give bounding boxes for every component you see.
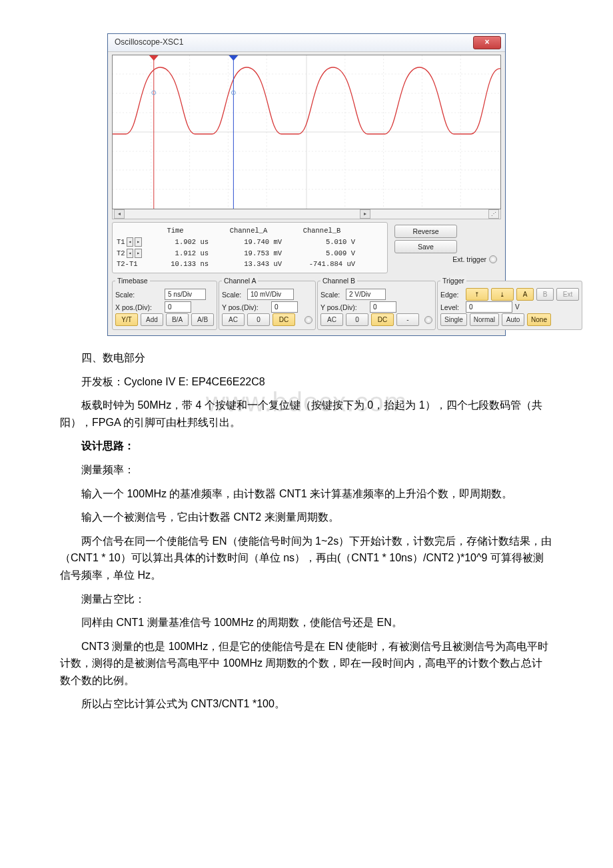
reverse-button[interactable]: Reverse <box>394 225 457 238</box>
t1-cha: 19.740 mV <box>215 237 289 248</box>
yt-button[interactable]: Y/T <box>115 313 138 326</box>
chb-led-icon <box>424 316 432 324</box>
cha-dc-button[interactable]: DC <box>273 313 295 326</box>
level-unit: V <box>515 302 520 313</box>
ext-trigger-led-icon <box>489 255 497 263</box>
chb-scale-label: Scale: <box>320 289 343 301</box>
cha-scale-label: Scale: <box>222 289 245 301</box>
level-label: Level: <box>440 302 463 313</box>
auto-button[interactable]: Auto <box>502 313 524 326</box>
timebase-legend: Timebase <box>115 275 150 287</box>
t2-chb: 5.009 V <box>289 248 362 259</box>
trg-a-button[interactable]: A <box>516 288 534 301</box>
channel-a-panel: Channel A Scale: 10 mV/Div Y pos.(Div): … <box>219 275 316 330</box>
tb-xpos-input[interactable]: 0 <box>165 301 191 313</box>
ab-button[interactable]: A/B <box>191 313 214 326</box>
dt-cha: 13.343 uV <box>215 259 289 270</box>
resize-grip-icon[interactable]: ⋰ <box>488 209 499 219</box>
edge-rise-button[interactable]: ⤒ <box>466 288 488 301</box>
cha-ypos-label: Y pos.(Div): <box>222 302 269 313</box>
window-title: Oscilloscope-XSC1 <box>115 36 473 49</box>
edge-label: Edge: <box>440 289 463 301</box>
ext-trigger-label: Ext. trigger <box>452 254 486 265</box>
cha-led-icon <box>305 316 312 324</box>
paragraph: 同样由 CNT1 测量基准信号 100MHz 的周期数，使能信号还是 EN。 <box>60 614 553 631</box>
trg-ext-button[interactable]: Ext <box>556 288 579 301</box>
cursor-readout: Time Channel_A Channel_B T1 ◂ ▸ 1.902 us… <box>112 222 388 273</box>
trigger-legend: Trigger <box>440 275 466 287</box>
close-icon: × <box>484 36 489 49</box>
paragraph: 测量占空比： <box>60 591 553 608</box>
tb-xpos-label: X pos.(Div): <box>115 302 162 313</box>
scroll-left-icon[interactable]: ◂ <box>114 209 125 219</box>
svg-marker-17 <box>149 55 159 61</box>
paragraph: 测量频率： <box>60 461 553 479</box>
timebase-panel: Timebase Scale: 5 ns/Div X pos.(Div): 0 … <box>112 275 217 330</box>
oscilloscope-screen <box>112 55 501 209</box>
none-button[interactable]: None <box>527 313 551 326</box>
t1-right-button[interactable]: ▸ <box>135 237 142 247</box>
paragraph: 板载时钟为 50MHz，带 4 个按键和一个复位键（按键按下为 0，抬起为 1）… <box>60 397 553 431</box>
tb-scale-label: Scale: <box>115 289 162 301</box>
chb-zero-button[interactable]: 0 <box>346 313 368 326</box>
document-body: 四、数电部分 开发板：Cyclone IV E: EP4CE6E22C8 板载时… <box>60 349 553 713</box>
t2-cha: 19.753 mV <box>215 248 289 259</box>
chb-legend: Channel B <box>320 275 357 287</box>
add-button[interactable]: Add <box>141 313 163 326</box>
dt-chb: -741.884 uV <box>289 259 362 270</box>
chb-ypos-input[interactable]: 0 <box>370 301 396 313</box>
cha-zero-button[interactable]: 0 <box>247 313 270 326</box>
svg-marker-20 <box>229 55 238 61</box>
close-button[interactable]: × <box>473 36 501 49</box>
paragraph: CNT3 测量的也是 100MHz，但是它的使能信号是在 EN 使能时，有被测信… <box>60 638 553 689</box>
paragraph: 两个信号在同一个使能信号 EN（使能信号时间为 1~2s）下开始计数，计数完后，… <box>60 533 553 584</box>
t2-left-button[interactable]: ◂ <box>127 249 134 258</box>
col-chb: Channel_B <box>289 225 362 237</box>
chb-scale-input[interactable]: 2 V/Div <box>346 289 386 300</box>
paragraph: 输入一个被测信号，它由计数器 CNT2 来测量周期数。 <box>60 509 553 526</box>
paragraph: 输入一个 100MHz 的基准频率，由计数器 CNT1 来计算基准频率的上升沿个… <box>60 485 553 503</box>
trg-b-button[interactable]: B <box>536 288 554 301</box>
chb-minus-button[interactable]: - <box>396 313 419 326</box>
t1-chb: 5.010 V <box>289 237 362 248</box>
section-heading: 四、数电部分 <box>60 349 553 367</box>
paragraph: 开发板：Cyclone IV E: EP4CE6E22C8 <box>60 373 553 391</box>
sub-heading: 设计思路： <box>60 437 553 455</box>
chb-ypos-label: Y pos.(Div): <box>320 302 367 313</box>
cha-ac-button[interactable]: AC <box>222 313 245 326</box>
level-input[interactable]: 0 <box>466 301 512 313</box>
chb-ac-button[interactable]: AC <box>320 313 343 326</box>
ba-button[interactable]: B/A <box>166 313 189 326</box>
dt-label: T2-T1 <box>117 259 142 270</box>
scroll-right-icon[interactable]: ▸ <box>360 209 370 219</box>
col-time: Time <box>142 225 215 237</box>
oscilloscope-window: Oscilloscope-XSC1 × <box>107 33 506 336</box>
dt-time: 10.133 ns <box>142 259 215 270</box>
tb-scale-input[interactable]: 5 ns/Div <box>165 289 206 300</box>
col-cha: Channel_A <box>215 225 289 237</box>
t2-right-button[interactable]: ▸ <box>135 249 142 258</box>
t2-time: 1.912 us <box>142 248 215 259</box>
single-button[interactable]: Single <box>440 313 467 326</box>
cha-scale-input[interactable]: 10 mV/Div <box>247 289 294 300</box>
chb-dc-button[interactable]: DC <box>371 313 394 326</box>
trigger-panel: Trigger Edge: ⤒ ⤓ A B Ext Level: 0 V <box>437 275 582 330</box>
cha-ypos-input[interactable]: 0 <box>271 301 298 313</box>
cha-legend: Channel A <box>222 275 258 287</box>
normal-button[interactable]: Normal <box>470 313 499 326</box>
t1-time: 1.902 us <box>142 237 215 248</box>
t1-left-button[interactable]: ◂ <box>127 237 134 247</box>
screen-scrollbar[interactable]: ◂ ▸ ⋰ <box>112 209 501 219</box>
edge-fall-button[interactable]: ⤓ <box>491 288 514 301</box>
save-button[interactable]: Save <box>394 240 457 253</box>
t1-label: T1 <box>117 237 125 248</box>
t2-label: T2 <box>117 248 125 259</box>
channel-b-panel: Channel B Scale: 2 V/Div Y pos.(Div): 0 … <box>317 275 436 330</box>
paragraph: 所以占空比计算公式为 CNT3/CNT1 *100。 <box>60 695 553 713</box>
titlebar: Oscilloscope-XSC1 × <box>108 34 505 52</box>
